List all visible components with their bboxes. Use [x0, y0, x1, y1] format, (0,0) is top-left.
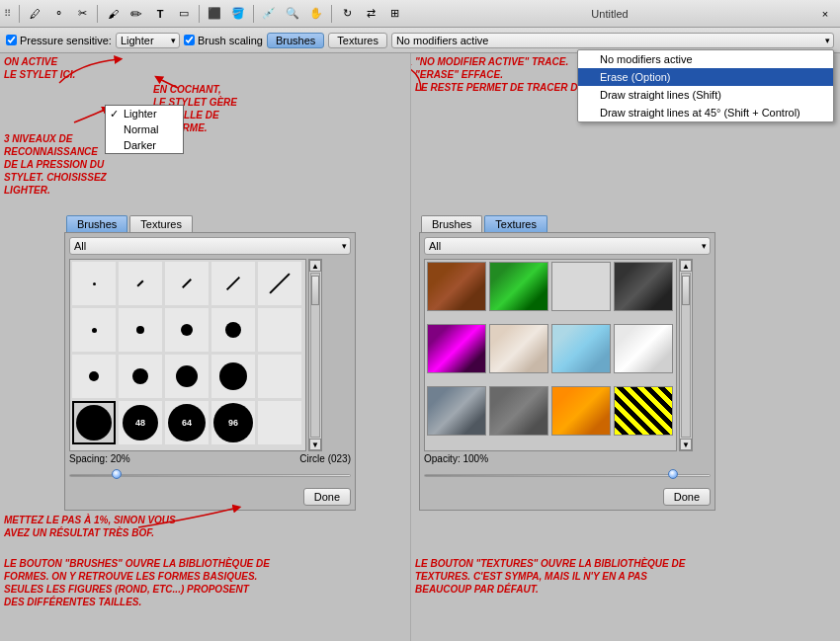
brush-scaling-checkbox[interactable]: [184, 35, 195, 45]
textures-tab-left[interactable]: Textures: [129, 215, 193, 232]
brush-cell-6[interactable]: [72, 308, 116, 352]
texture-stripe[interactable]: [614, 386, 673, 436]
brush-cell-11[interactable]: [72, 355, 116, 398]
close-btn[interactable]: ×: [814, 3, 836, 25]
pressure-dropdown-btn[interactable]: Lighter: [116, 33, 180, 48]
brush-cell-18[interactable]: 64: [165, 401, 209, 444]
eraser-tool[interactable]: ▭: [173, 3, 195, 25]
brush-cell-1[interactable]: [72, 262, 116, 305]
opacity-slider[interactable]: [424, 468, 711, 484]
brushes-button[interactable]: Brushes: [267, 33, 324, 48]
brush-scrollbar[interactable]: ▲ ▼: [308, 259, 322, 451]
transform-tool[interactable]: ⊞: [383, 3, 405, 25]
texture-done-row: Done: [424, 488, 711, 506]
brush-cell-14[interactable]: [211, 355, 255, 398]
modifiers-value: No modifiers active: [396, 35, 489, 46]
texture-wood[interactable]: [427, 262, 486, 311]
brush-category-dropdown[interactable]: All: [69, 237, 351, 255]
toolbar-icon-1[interactable]: ⠿: [4, 8, 11, 19]
pen-tool[interactable]: 🖊: [24, 3, 45, 25]
texture-dark[interactable]: [614, 262, 673, 311]
brush-grid: 48 64 96: [69, 259, 306, 451]
right-panel: "NO MODIFIER ACTIVE" TRACE. "ERASE" EFFA…: [410, 53, 840, 641]
brush-cell-5[interactable]: [258, 262, 301, 305]
done-button[interactable]: Done: [303, 488, 351, 506]
done-row: Done: [69, 488, 351, 506]
stamp-tool[interactable]: ⬛: [204, 3, 225, 25]
texture-marble[interactable]: [489, 324, 548, 373]
pressure-normal[interactable]: Normal: [106, 121, 183, 137]
texture-scroll-down[interactable]: ▼: [680, 439, 692, 450]
opacity-slider-thumb[interactable]: [668, 469, 678, 479]
scroll-up-btn[interactable]: ▲: [309, 260, 321, 272]
brush-scaling-label[interactable]: Brush scaling: [184, 35, 263, 46]
brushes-tab-right[interactable]: Brushes: [421, 215, 482, 232]
texture-category-dropdown[interactable]: All: [424, 237, 711, 255]
spacing-slider[interactable]: [69, 468, 351, 484]
brush-cell-10[interactable]: [258, 308, 301, 352]
brush-cell-15[interactable]: [258, 355, 301, 398]
text-tool[interactable]: T: [149, 3, 171, 25]
annotation-active: ON ACTIVE LE STYLET ICI.: [4, 55, 75, 81]
brush-cell-selected[interactable]: [72, 401, 116, 444]
texture-leaves[interactable]: [489, 262, 548, 311]
texture-scroll-thumb[interactable]: [682, 276, 690, 305]
texture-purple[interactable]: [427, 324, 486, 373]
brush-cell-8[interactable]: [165, 308, 209, 352]
brush-cell-13[interactable]: [165, 355, 209, 398]
pressure-lighter[interactable]: Lighter: [106, 106, 183, 121]
pressure-checkbox-label[interactable]: Pressure sensitive:: [6, 35, 112, 46]
brush-cell-17[interactable]: 48: [119, 401, 162, 444]
brush-cell-12[interactable]: [119, 355, 162, 398]
texture-cloud[interactable]: [614, 324, 673, 373]
brush-grid-container: 48 64 96 ▲ ▼: [69, 259, 351, 451]
texture-scroll-up[interactable]: ▲: [680, 260, 692, 272]
rotate-tool[interactable]: ↻: [336, 3, 358, 25]
zoom-tool[interactable]: 🔍: [282, 3, 303, 25]
brush-cell-7[interactable]: [119, 308, 162, 352]
brush-cell-9[interactable]: [211, 308, 255, 352]
brush-cell-3[interactable]: [165, 262, 209, 305]
modifiers-dropdown-btn[interactable]: No modifiers active: [391, 33, 834, 48]
modifier-item-0[interactable]: No modifiers active: [578, 50, 833, 68]
brush-cell-2[interactable]: [119, 262, 162, 305]
texture-orange[interactable]: [551, 386, 611, 436]
brush-tool[interactable]: 🖌: [102, 3, 124, 25]
texture-scrollbar[interactable]: ▲ ▼: [679, 259, 693, 451]
spacing-row: Spacing: 20% Circle (023): [69, 451, 351, 466]
pressure-checkbox[interactable]: [6, 35, 17, 45]
texture-scroll-track: [681, 273, 691, 438]
texture-blue[interactable]: [551, 324, 611, 373]
texture-rock[interactable]: [489, 386, 548, 436]
textures-button[interactable]: Textures: [328, 33, 387, 48]
scroll-down-btn[interactable]: ▼: [309, 439, 321, 450]
modifier-item-3[interactable]: Draw straight lines at 45° (Shift + Cont…: [578, 104, 833, 121]
annotation-bottom-textures: LE BOUTON "TEXTURES" OUVRE LA BIBLIOTHÈQ…: [415, 557, 685, 596]
brush-panel-inner: All: [64, 232, 356, 511]
slider-thumb[interactable]: [112, 469, 122, 479]
hand-tool[interactable]: ✋: [305, 3, 327, 25]
pressure-darker[interactable]: Darker: [106, 137, 183, 153]
window-title: Untitled: [407, 8, 812, 20]
lasso-tool[interactable]: ⚬: [47, 3, 69, 25]
eyedrop-tool[interactable]: 💉: [258, 3, 280, 25]
scroll-thumb[interactable]: [311, 276, 319, 305]
texture-light[interactable]: [551, 262, 611, 311]
paint-tool[interactable]: 🪣: [227, 3, 249, 25]
texture-done-button[interactable]: Done: [663, 488, 711, 506]
textures-tab-right[interactable]: Textures: [484, 215, 547, 232]
crop-tool[interactable]: ✂: [71, 3, 93, 25]
modifier-item-2[interactable]: Draw straight lines (Shift): [578, 86, 833, 104]
brushes-tab[interactable]: Brushes: [66, 215, 127, 232]
modifier-item-1[interactable]: Erase (Option): [578, 68, 833, 86]
opacity-label: Opacity: 100%: [424, 453, 488, 464]
brush-cell-4[interactable]: [211, 262, 255, 305]
pencil-tool[interactable]: ✏: [126, 3, 147, 25]
brush-panel-container: Brushes Textures All: [64, 213, 356, 511]
brush-cell-20[interactable]: [258, 401, 301, 444]
brush-cell-19[interactable]: 96: [211, 401, 255, 444]
texture-panel-inner: All: [419, 232, 715, 511]
sep-5: [331, 5, 332, 23]
flip-tool[interactable]: ⇄: [360, 3, 381, 25]
texture-stone[interactable]: [427, 386, 486, 436]
